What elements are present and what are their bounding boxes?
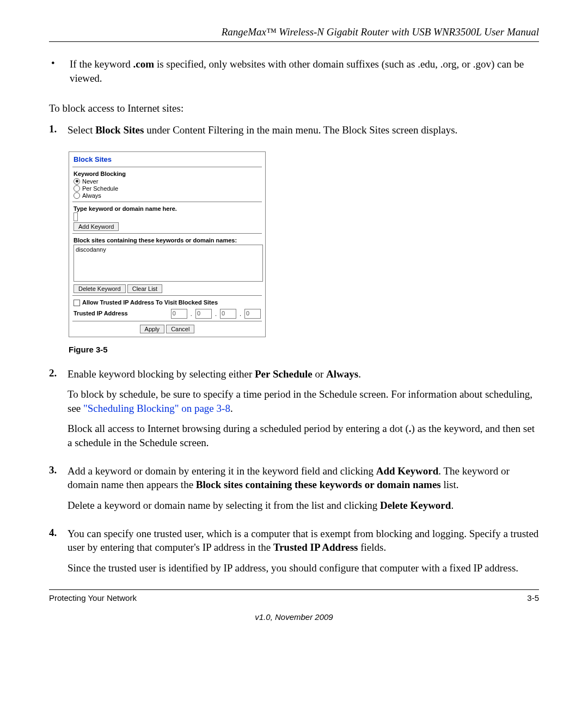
step-2-line-1: Enable keyword blocking by selecting eit… [68,367,539,381]
running-header: RangeMax™ Wireless-N Gigabit Router with… [49,26,539,38]
radio-icon [74,178,80,185]
delete-keyword-button[interactable]: Delete Keyword [74,284,126,293]
bullet-mark: • [49,57,70,93]
add-keyword-button[interactable]: Add Keyword [74,222,119,231]
bullet-item: • If the keyword .com is specified, only… [49,57,539,93]
trusted-ip-octet-3[interactable]: 0 [220,309,236,319]
block-sites-panel: Block Sites Keyword Blocking Never Per S… [69,151,266,337]
radio-per-schedule-label: Per Schedule [82,185,118,192]
radio-always-label: Always [82,192,101,199]
bullet-text: If the keyword .com is specified, only w… [70,57,539,85]
figure-block-sites: Block Sites Keyword Blocking Never Per S… [69,151,539,337]
radio-always[interactable]: Always [74,192,261,199]
step-4: 4. You can specify one trusted user, whi… [49,527,539,582]
footer-rule [49,589,539,590]
list-label: Block sites containing these keywords or… [74,237,261,244]
trusted-ip-octet-4[interactable]: 0 [244,309,261,319]
type-keyword-label: Type keyword or domain name here. [74,205,261,212]
trusted-ip-octet-2[interactable]: 0 [195,309,212,319]
step-3-number: 3. [49,464,68,519]
radio-icon [74,185,80,192]
footer-page-number: 3-5 [527,593,539,602]
step-2-number: 2. [49,367,68,457]
footer-section: Protecting Your Network [49,593,137,602]
step-1-text: Select Block Sites under Content Filteri… [68,123,539,137]
step-3: 3. Add a keyword or domain by entering i… [49,464,539,519]
radio-per-schedule[interactable]: Per Schedule [74,185,261,192]
trusted-ip-octet-1[interactable]: 0 [171,309,187,319]
radio-never[interactable]: Never [74,178,261,185]
footer: Protecting Your Network 3-5 [49,593,539,602]
scheduling-blocking-link[interactable]: "Scheduling Blocking" on page 3-8 [83,403,230,414]
intro: To block access to Internet sites: [49,101,539,115]
allow-trusted-label: Allow Trusted IP Address To Visit Blocke… [82,299,218,306]
trusted-ip-label: Trusted IP Address [74,310,128,317]
step-3-line-1: Add a keyword or domain by entering it i… [68,464,539,492]
clear-list-button[interactable]: Clear List [127,284,162,293]
panel-title: Block Sites [69,152,265,166]
keyword-blocking-heading: Keyword Blocking [74,171,261,177]
step-3-line-2: Delete a keyword or domain name by selec… [68,498,539,513]
step-2-line-2: To block by schedule, be sure to specify… [68,387,539,415]
header-rule [49,41,539,42]
step-4-line-2: Since the trusted user is identified by … [68,561,539,575]
keyword-listbox[interactable]: discodanny [74,245,263,282]
radio-never-label: Never [82,178,98,185]
apply-button[interactable]: Apply [140,325,165,333]
keyword-input[interactable] [74,212,78,221]
step-2-line-3: Block all access to Internet browsing du… [68,422,539,449]
figure-caption: Figure 3-5 [69,345,539,354]
step-4-line-1: You can specify one trusted user, which … [68,527,539,555]
cancel-button[interactable]: Cancel [166,325,194,333]
step-1-number: 1. [49,123,68,144]
step-2: 2. Enable keyword blocking by selecting … [49,367,539,457]
allow-trusted-checkbox[interactable] [74,300,80,306]
step-4-number: 4. [49,527,68,582]
radio-icon [74,192,80,199]
step-1: 1. Select Block Sites under Content Filt… [49,123,539,144]
footer-version: v1.0, November 2009 [49,612,539,622]
